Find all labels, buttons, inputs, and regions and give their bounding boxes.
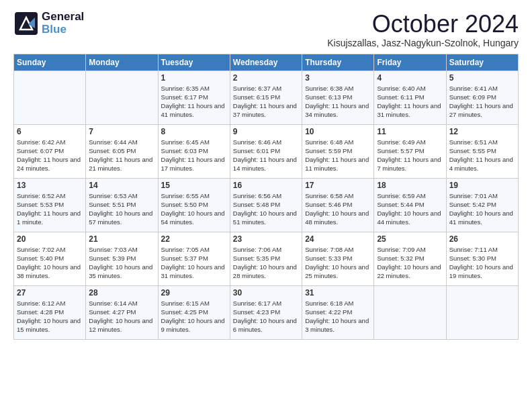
day-number: 8 (161, 127, 227, 136)
table-row: 29Sunrise: 6:15 AM Sunset: 4:25 PM Dayli… (158, 285, 230, 339)
day-number: 14 (89, 181, 154, 190)
table-row: 4Sunrise: 6:40 AM Sunset: 6:11 PM Daylig… (374, 71, 446, 124)
day-number: 10 (305, 127, 371, 136)
table-row: 1Sunrise: 6:35 AM Sunset: 6:17 PM Daylig… (158, 71, 230, 124)
day-info: Sunrise: 6:17 AM Sunset: 4:23 PM Dayligh… (233, 299, 299, 334)
day-number: 29 (161, 288, 227, 298)
logo-general-text: General (42, 11, 84, 24)
day-number: 15 (161, 181, 227, 190)
day-number: 24 (305, 234, 371, 244)
calendar-week-2: 6Sunrise: 6:42 AM Sunset: 6:07 PM Daylig… (14, 124, 519, 178)
table-row: 2Sunrise: 6:37 AM Sunset: 6:15 PM Daylig… (230, 71, 302, 124)
day-number: 22 (161, 234, 227, 244)
day-number: 1 (161, 73, 227, 83)
table-row: 18Sunrise: 6:59 AM Sunset: 5:44 PM Dayli… (374, 178, 446, 232)
day-info: Sunrise: 6:14 AM Sunset: 4:27 PM Dayligh… (89, 299, 154, 334)
day-number: 6 (17, 127, 83, 136)
day-number: 13 (17, 181, 83, 190)
day-number: 31 (305, 288, 371, 298)
day-info: Sunrise: 6:51 AM Sunset: 5:55 PM Dayligh… (449, 138, 515, 173)
day-info: Sunrise: 6:55 AM Sunset: 5:50 PM Dayligh… (161, 191, 227, 227)
day-info: Sunrise: 6:35 AM Sunset: 6:17 PM Dayligh… (161, 84, 227, 120)
day-info: Sunrise: 7:06 AM Sunset: 5:35 PM Dayligh… (233, 245, 299, 281)
table-row: 23Sunrise: 7:06 AM Sunset: 5:35 PM Dayli… (230, 232, 302, 285)
day-info: Sunrise: 7:02 AM Sunset: 5:40 PM Dayligh… (17, 245, 83, 281)
day-info: Sunrise: 6:58 AM Sunset: 5:46 PM Dayligh… (305, 191, 371, 227)
page: General Blue October 2024 Kisujszallas, … (0, 0, 532, 411)
table-row: 14Sunrise: 6:53 AM Sunset: 5:51 PM Dayli… (86, 178, 158, 232)
table-row: 6Sunrise: 6:42 AM Sunset: 6:07 PM Daylig… (14, 124, 86, 178)
day-number: 9 (233, 127, 299, 136)
calendar-week-5: 27Sunrise: 6:12 AM Sunset: 4:28 PM Dayli… (14, 285, 519, 339)
day-info: Sunrise: 6:59 AM Sunset: 5:44 PM Dayligh… (377, 191, 443, 227)
day-info: Sunrise: 7:03 AM Sunset: 5:39 PM Dayligh… (89, 245, 154, 281)
table-row: 8Sunrise: 6:45 AM Sunset: 6:03 PM Daylig… (158, 124, 230, 178)
calendar-week-4: 20Sunrise: 7:02 AM Sunset: 5:40 PM Dayli… (14, 232, 519, 285)
day-number: 25 (377, 234, 443, 244)
table-row: 5Sunrise: 6:41 AM Sunset: 6:09 PM Daylig… (446, 71, 518, 124)
table-row: 30Sunrise: 6:17 AM Sunset: 4:23 PM Dayli… (230, 285, 302, 339)
table-row (446, 285, 518, 339)
table-row: 25Sunrise: 7:09 AM Sunset: 5:32 PM Dayli… (374, 232, 446, 285)
table-row: 9Sunrise: 6:46 AM Sunset: 6:01 PM Daylig… (230, 124, 302, 178)
table-row: 22Sunrise: 7:05 AM Sunset: 5:37 PM Dayli… (158, 232, 230, 285)
day-number: 3 (305, 73, 371, 83)
day-info: Sunrise: 6:38 AM Sunset: 6:13 PM Dayligh… (305, 84, 371, 120)
day-info: Sunrise: 7:09 AM Sunset: 5:32 PM Dayligh… (377, 245, 443, 281)
table-row: 26Sunrise: 7:11 AM Sunset: 5:30 PM Dayli… (446, 232, 518, 285)
day-number: 27 (17, 288, 83, 298)
logo-icon (13, 11, 39, 36)
day-number: 19 (449, 181, 515, 190)
day-info: Sunrise: 6:41 AM Sunset: 6:09 PM Dayligh… (449, 84, 515, 120)
day-number: 12 (449, 127, 515, 136)
day-info: Sunrise: 6:48 AM Sunset: 5:59 PM Dayligh… (305, 138, 371, 173)
calendar-week-3: 13Sunrise: 6:52 AM Sunset: 5:53 PM Dayli… (14, 178, 519, 232)
header-sunday: Sunday (14, 54, 86, 71)
day-number: 16 (233, 181, 299, 190)
day-info: Sunrise: 6:18 AM Sunset: 4:22 PM Dayligh… (305, 299, 371, 334)
header-thursday: Thursday (302, 54, 374, 71)
header-friday: Friday (374, 54, 446, 71)
day-info: Sunrise: 6:49 AM Sunset: 5:57 PM Dayligh… (377, 138, 443, 173)
day-number: 7 (89, 127, 154, 136)
day-number: 17 (305, 181, 371, 190)
table-row (86, 71, 158, 124)
table-row: 11Sunrise: 6:49 AM Sunset: 5:57 PM Dayli… (374, 124, 446, 178)
day-number: 21 (89, 234, 154, 244)
header-monday: Monday (86, 54, 158, 71)
subtitle: Kisujszallas, Jasz-Nagykun-Szolnok, Hung… (327, 38, 519, 48)
day-number: 30 (233, 288, 299, 298)
day-info: Sunrise: 6:15 AM Sunset: 4:25 PM Dayligh… (161, 299, 227, 334)
day-info: Sunrise: 6:52 AM Sunset: 5:53 PM Dayligh… (17, 191, 83, 227)
day-number: 20 (17, 234, 83, 244)
month-title: October 2024 (327, 11, 519, 38)
header-wednesday: Wednesday (230, 54, 302, 71)
table-row: 20Sunrise: 7:02 AM Sunset: 5:40 PM Dayli… (14, 232, 86, 285)
day-number: 18 (377, 181, 443, 190)
day-info: Sunrise: 7:01 AM Sunset: 5:42 PM Dayligh… (449, 191, 515, 227)
header: General Blue October 2024 Kisujszallas, … (13, 11, 519, 48)
table-row: 24Sunrise: 7:08 AM Sunset: 5:33 PM Dayli… (302, 232, 374, 285)
header-tuesday: Tuesday (158, 54, 230, 71)
day-number: 4 (377, 73, 443, 83)
weekday-header-row: Sunday Monday Tuesday Wednesday Thursday… (14, 54, 519, 71)
day-info: Sunrise: 6:53 AM Sunset: 5:51 PM Dayligh… (89, 191, 154, 227)
day-info: Sunrise: 6:42 AM Sunset: 6:07 PM Dayligh… (17, 138, 83, 173)
table-row (374, 285, 446, 339)
day-info: Sunrise: 6:12 AM Sunset: 4:28 PM Dayligh… (17, 299, 83, 334)
table-row: 10Sunrise: 6:48 AM Sunset: 5:59 PM Dayli… (302, 124, 374, 178)
day-number: 2 (233, 73, 299, 83)
table-row: 21Sunrise: 7:03 AM Sunset: 5:39 PM Dayli… (86, 232, 158, 285)
logo-blue-text: Blue (42, 24, 84, 36)
table-row: 19Sunrise: 7:01 AM Sunset: 5:42 PM Dayli… (446, 178, 518, 232)
title-block: October 2024 Kisujszallas, Jasz-Nagykun-… (327, 11, 519, 48)
day-number: 28 (89, 288, 154, 298)
day-info: Sunrise: 7:11 AM Sunset: 5:30 PM Dayligh… (449, 245, 515, 281)
table-row: 17Sunrise: 6:58 AM Sunset: 5:46 PM Dayli… (302, 178, 374, 232)
table-row: 13Sunrise: 6:52 AM Sunset: 5:53 PM Dayli… (14, 178, 86, 232)
table-row: 16Sunrise: 6:56 AM Sunset: 5:48 PM Dayli… (230, 178, 302, 232)
day-info: Sunrise: 6:37 AM Sunset: 6:15 PM Dayligh… (233, 84, 299, 120)
day-number: 5 (449, 73, 515, 83)
table-row: 31Sunrise: 6:18 AM Sunset: 4:22 PM Dayli… (302, 285, 374, 339)
day-number: 11 (377, 127, 443, 136)
